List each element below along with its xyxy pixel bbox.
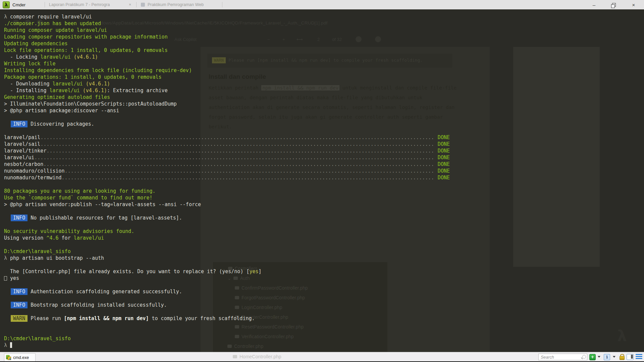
terminal-line: INFO Discovering packages. [4,121,644,127]
terminal-line: Updating dependencies [4,40,644,47]
search-input[interactable] [540,354,580,361]
ghost-tab-separator [45,2,45,7]
menu-icon[interactable] [636,354,642,359]
terminal-line: λ php artisan ui bootstrap --auth [4,255,644,261]
terminal-line: nunomaduro/termwind ....................… [4,174,450,181]
terminal-line: > @php artisan package:discover --ansi [4,107,644,114]
terminal-text [80,87,83,94]
terminal-text [4,121,10,127]
terminal-text [4,302,10,308]
console-switch-dropdown-icon[interactable] [613,356,615,358]
dotted-leader: ........................................… [40,134,434,141]
terminal-line: Lock file operations: 1 install, 0 updat… [4,47,644,54]
terminal-line: laravel/pail ...........................… [4,134,450,141]
terminal-line: - Installing laravel/ui (v4.6.1): Extrac… [4,87,644,94]
terminal-text [83,81,86,87]
package-status: DONE [435,141,450,147]
terminal-line: No security vulnerability advisories fou… [4,228,644,235]
terminal-line [4,221,644,228]
terminal-text: D:\cmder\laravel_sisfo [4,248,71,254]
dotted-leader: ........................................… [62,174,435,181]
cmd-icon [6,355,11,360]
terminal-text: Please run [28,315,64,321]
terminal-text: Updating dependencies [4,41,68,47]
terminal-text: No security vulnerability advisories fou… [4,228,134,234]
terminal-line: ./composer.json has been updated [4,20,644,27]
terminal-line: INFO Bootstrap scaffolding installed suc… [4,302,644,308]
console-tab-cmd[interactable]: cmd.exe [4,353,36,361]
terminal-line: > @php artisan vendor:publish --tag=lara… [4,201,644,208]
terminal-text: Installing dependencies from lock file (… [4,67,192,73]
new-console-dropdown-icon[interactable] [598,356,600,358]
terminal-line: Writing lock file [4,60,644,67]
close-button[interactable]: × [626,0,641,9]
terminal-text [4,315,10,321]
terminal-text: laravel/ui [74,235,104,241]
terminal-text: Running composer update laravel/ui [4,27,107,33]
terminal-text: D:\cmder\laravel_sisfo [4,336,71,342]
info-badge: INFO [11,121,28,127]
ghost-browser-tab1: Laporan Praktikum 7 - Pemrogra [49,2,110,7]
terminal-line [4,241,644,248]
cmder-window: dows/AppData/Local/Microsoft/Windows/INe… [0,0,644,362]
terminal-line [4,208,644,215]
terminal-text: composer require laravel/ui [10,14,92,20]
title-bar: λ Cmder Laporan Praktikum 7 - Pemrogra ×… [0,0,644,9]
terminal-line: INFO Authentication scaffolding generate… [4,288,644,295]
terminal-line: Generating optimized autoload files [4,94,644,101]
terminal-line: Using version ^4.6 for laravel/ui [4,235,644,241]
package-status: DONE [435,161,450,168]
ghost-tab1-close-icon: × [129,2,131,7]
terminal-line [4,114,644,121]
terminal-line: λ [4,342,644,349]
terminal-text [4,215,10,221]
terminal-text: Package operations: 1 install, 0 updates… [4,74,162,80]
terminal-line [4,308,644,315]
warn-badge: WARN [11,315,28,322]
terminal-text: ./composer.json has been updated [4,20,101,26]
minimize-button[interactable]: – [586,0,602,9]
terminal-line: Installing dependencies from lock file (… [4,67,644,74]
terminal-line [4,127,644,134]
package-name: nesbot/carbon [4,161,43,168]
php-file-icon [233,355,237,358]
package-name: laravel/ui [4,154,34,161]
info-badge: INFO [11,302,28,308]
new-console-button[interactable]: + [589,354,596,360]
restore-button[interactable] [606,0,622,9]
dotted-leader: ........................................… [65,168,435,174]
console-number-button[interactable]: 1 [604,354,610,360]
terminal-text: laravel/ui [49,87,79,94]
terminal-line [4,181,644,188]
lock-icon[interactable] [620,354,624,360]
terminal-text: > @php artisan package:discover --ansi [4,108,119,114]
terminal-text: λ [4,255,10,261]
terminal-text: The [Controller.php] file already exists… [4,268,250,275]
terminal-line [4,328,644,335]
terminal-cursor [10,342,12,348]
split-view-icon[interactable] [627,354,634,360]
terminal-text: > @php artisan vendor:publish --tag=lara… [4,201,201,207]
info-badge: INFO [11,288,28,295]
terminal-output-area[interactable]: λ composer require laravel/ui./composer.… [0,9,644,352]
search-box [538,354,587,360]
terminal-text: : Extracting archive [107,87,168,94]
terminal-line: Running composer update laravel/ui [4,27,644,34]
terminal-text: Using version [4,235,46,241]
terminal-text: Generating optimized autoload files [4,94,110,100]
ghost-tab2-favicon [141,3,145,7]
package-name: nunomaduro/termwind [4,174,62,181]
terminal-text: Discovering packages. [28,121,94,127]
terminal-line: laravel/sail ...........................… [4,141,450,147]
missing-glyph-box [4,276,7,281]
console-tab-label: cmd.exe [13,355,29,360]
status-bar: HomeController.php cmd.exe + 1 [0,352,644,362]
terminal-text: laravel/ui [40,54,70,60]
terminal-text: Bootstrap scaffolding installed successf… [28,302,167,308]
terminal-line: The [Controller.php] file already exists… [4,268,644,275]
terminal-line: D:\cmder\laravel_sisfo [4,248,644,255]
package-name: laravel/sail [4,141,40,147]
terminal-text: > Illuminate\Foundation\ComposerScripts:… [4,101,177,107]
terminal-text: No publishable resources for tag [larave… [28,215,182,221]
terminal-text: ^4.6 [46,235,58,241]
